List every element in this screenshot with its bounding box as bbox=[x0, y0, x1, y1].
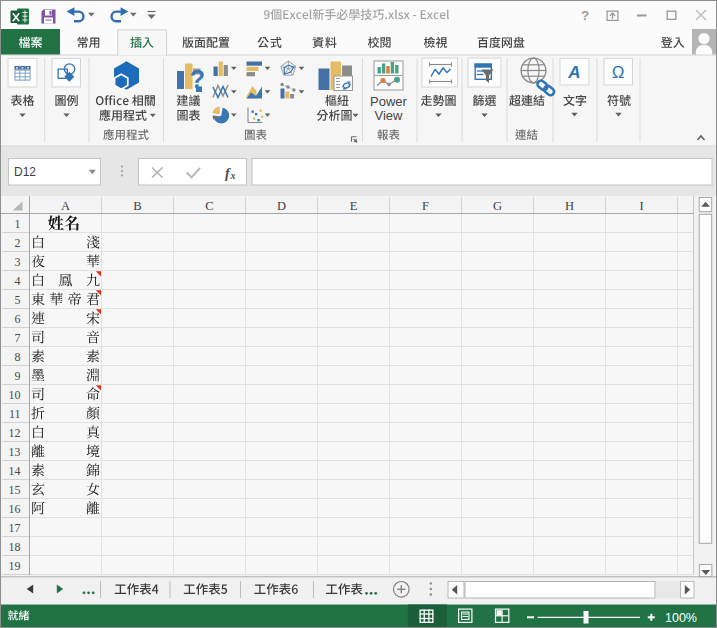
svg-text:F: F bbox=[422, 199, 429, 213]
svg-text:18: 18 bbox=[9, 540, 21, 554]
svg-text:5: 5 bbox=[15, 293, 21, 307]
svg-text:C: C bbox=[205, 199, 213, 213]
svg-text:G: G bbox=[493, 199, 502, 213]
svg-text:17: 17 bbox=[9, 521, 21, 535]
svg-text:A: A bbox=[567, 63, 580, 82]
svg-text:View: View bbox=[375, 108, 404, 123]
svg-text:D12: D12 bbox=[14, 165, 36, 179]
svg-text:10: 10 bbox=[9, 388, 21, 402]
svg-text:B: B bbox=[133, 199, 141, 213]
svg-text:16: 16 bbox=[9, 502, 21, 516]
svg-text:2: 2 bbox=[15, 236, 21, 250]
svg-text:1: 1 bbox=[15, 217, 21, 231]
svg-text:H: H bbox=[565, 199, 574, 213]
svg-text:?: ? bbox=[581, 8, 589, 23]
svg-text:100%: 100% bbox=[665, 611, 697, 625]
svg-text:11: 11 bbox=[9, 407, 21, 421]
svg-text:4: 4 bbox=[15, 274, 21, 288]
svg-text:I: I bbox=[639, 199, 643, 213]
svg-text:14: 14 bbox=[9, 464, 21, 478]
svg-text:x: x bbox=[230, 170, 236, 181]
svg-text:9: 9 bbox=[15, 369, 21, 383]
svg-text:3: 3 bbox=[15, 255, 21, 269]
svg-text:13: 13 bbox=[9, 445, 21, 459]
svg-text:8: 8 bbox=[15, 350, 21, 364]
svg-text:19: 19 bbox=[9, 559, 21, 573]
svg-text:A: A bbox=[61, 199, 70, 213]
svg-text:E: E bbox=[350, 199, 358, 213]
svg-text:Ω: Ω bbox=[612, 63, 625, 82]
svg-text:12: 12 bbox=[9, 426, 21, 440]
svg-text:Power: Power bbox=[370, 94, 408, 109]
svg-text:7: 7 bbox=[15, 331, 21, 345]
svg-text:D: D bbox=[277, 199, 286, 213]
svg-text:15: 15 bbox=[9, 483, 21, 497]
svg-text:6: 6 bbox=[15, 312, 21, 326]
